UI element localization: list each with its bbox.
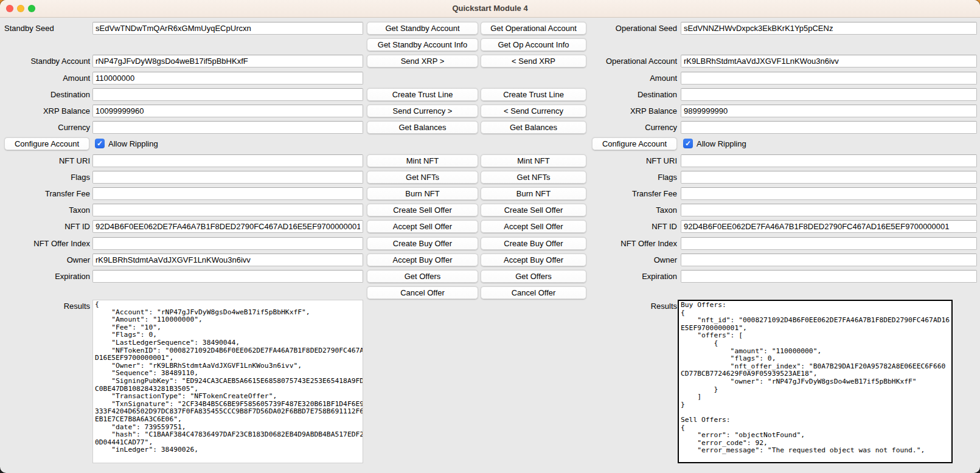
op-cancel-offer-button[interactable]: Cancel Offer: [481, 286, 586, 299]
standby-currency-label: Currency: [0, 121, 90, 134]
standby-xrp-balance-input[interactable]: [92, 105, 363, 117]
operational-results-label: Results: [587, 300, 677, 312]
standby-create-buy-offer-button[interactable]: Create Buy Offer: [367, 237, 478, 250]
op-send-currency-button[interactable]: < Send Currency: [481, 105, 586, 117]
standby-create-trust-line-button[interactable]: Create Trust Line: [367, 88, 478, 101]
operational-currency-label: Currency: [587, 121, 677, 134]
get-standby-account-info-button[interactable]: Get Standby Account Info: [367, 38, 478, 51]
standby-get-nfts-button[interactable]: Get NFTs: [367, 171, 478, 184]
operational-flags-input[interactable]: [681, 171, 977, 184]
get-standby-account-button[interactable]: Get Standby Account: [367, 22, 478, 35]
operational-nft-uri-label: NFT URI: [587, 154, 677, 167]
op-mint-nft-button[interactable]: Mint NFT: [481, 154, 586, 167]
operational-flags-label: Flags: [587, 171, 677, 184]
operational-taxon-input[interactable]: [681, 204, 977, 216]
operational-expiration-label: Expiration: [587, 270, 677, 283]
standby-taxon-input[interactable]: [92, 204, 363, 216]
operational-amount-input[interactable]: [681, 72, 977, 85]
standby-send-xrp-button[interactable]: Send XRP >: [367, 55, 478, 67]
operational-currency-input[interactable]: [681, 121, 977, 134]
standby-accept-sell-offer-button[interactable]: Accept Sell Offer: [367, 220, 478, 233]
standby-nft-offer-index-label: NFT Offer Index: [0, 237, 90, 250]
op-get-offers-button[interactable]: Get Offers: [481, 270, 586, 283]
op-get-balances-button[interactable]: Get Balances: [481, 121, 586, 134]
op-create-sell-offer-button[interactable]: Create Sell Offer: [481, 204, 586, 216]
standby-nft-uri-label: NFT URI: [0, 154, 90, 167]
op-create-buy-offer-button[interactable]: Create Buy Offer: [481, 237, 586, 250]
operational-nft-id-label: NFT ID: [587, 220, 677, 233]
standby-mint-nft-button[interactable]: Mint NFT: [367, 154, 478, 167]
standby-allow-rippling-label: Allow Rippling: [108, 137, 158, 150]
operational-seed-label: Operational Seed: [587, 22, 677, 35]
standby-burn-nft-button[interactable]: Burn NFT: [367, 187, 478, 200]
operational-configure-account-button[interactable]: Configure Account: [592, 137, 677, 150]
standby-taxon-label: Taxon: [0, 204, 90, 216]
standby-account-input[interactable]: [92, 55, 363, 67]
standby-owner-label: Owner: [0, 254, 90, 266]
operational-nft-id-input[interactable]: [681, 220, 977, 233]
operational-nft-uri-input[interactable]: [681, 154, 977, 167]
op-burn-nft-button[interactable]: Burn NFT: [481, 187, 586, 200]
operational-nft-offer-index-label: NFT Offer Index: [587, 237, 677, 250]
operational-allow-rippling-checkbox[interactable]: ✓: [683, 139, 693, 148]
standby-seed-label: Standby Seed: [0, 22, 94, 35]
operational-seed-input[interactable]: [681, 22, 977, 35]
operational-transfer-fee-label: Transfer Fee: [587, 187, 677, 200]
standby-create-sell-offer-button[interactable]: Create Sell Offer: [367, 204, 478, 216]
standby-get-balances-button[interactable]: Get Balances: [367, 121, 478, 134]
standby-nft-id-input[interactable]: [92, 220, 363, 233]
operational-transfer-fee-input[interactable]: [681, 187, 977, 200]
standby-configure-account-button[interactable]: Configure Account: [4, 137, 89, 150]
standby-expiration-label: Expiration: [0, 270, 90, 283]
standby-flags-label: Flags: [0, 171, 90, 184]
operational-expiration-input[interactable]: [681, 270, 977, 283]
standby-get-offers-button[interactable]: Get Offers: [367, 270, 478, 283]
standby-nft-uri-input[interactable]: [92, 154, 363, 167]
operational-owner-input[interactable]: [681, 254, 977, 266]
app-window: Quickstart Module 4 Standby Seed Standby…: [0, 0, 980, 473]
standby-nft-id-label: NFT ID: [0, 220, 90, 233]
operational-xrp-balance-label: XRP Balance: [587, 105, 677, 117]
minimize-button[interactable]: [17, 5, 24, 12]
standby-allow-rippling-checkbox[interactable]: ✓: [95, 139, 105, 148]
op-get-nfts-button[interactable]: Get NFTs: [481, 171, 586, 184]
get-op-account-info-button[interactable]: Get Op Account Info: [481, 38, 586, 51]
zoom-button[interactable]: [28, 5, 35, 12]
standby-results-label: Results: [0, 300, 90, 312]
operational-allow-rippling-label: Allow Rippling: [697, 137, 746, 150]
standby-expiration-input[interactable]: [92, 270, 363, 283]
operational-taxon-label: Taxon: [587, 204, 677, 216]
op-accept-sell-offer-button[interactable]: Accept Sell Offer: [481, 220, 586, 233]
standby-results-textarea[interactable]: { "Account": "rNP47gJFvDyW8gsDo4weB17if5…: [92, 300, 363, 463]
operational-nft-offer-index-input[interactable]: [681, 237, 977, 250]
standby-send-currency-button[interactable]: Send Currency >: [367, 105, 478, 117]
operational-owner-label: Owner: [587, 254, 677, 266]
standby-nft-offer-index-input[interactable]: [92, 237, 363, 250]
standby-destination-input[interactable]: [92, 88, 363, 101]
operational-destination-input[interactable]: [681, 88, 977, 101]
standby-amount-label: Amount: [0, 72, 90, 85]
standby-seed-input[interactable]: [92, 22, 363, 35]
operational-results-textarea[interactable]: Buy Offers: { "nft_id": "0008271092D4B6F…: [678, 300, 953, 463]
close-button[interactable]: [6, 5, 13, 12]
standby-currency-input[interactable]: [92, 121, 363, 134]
get-operational-account-button[interactable]: Get Operational Account: [481, 22, 586, 35]
operational-xrp-balance-input[interactable]: [681, 105, 977, 117]
op-accept-buy-offer-button[interactable]: Accept Buy Offer: [481, 254, 586, 266]
standby-flags-input[interactable]: [92, 171, 363, 184]
standby-amount-input[interactable]: [92, 72, 363, 85]
title-bar: Quickstart Module 4: [0, 0, 980, 18]
standby-transfer-fee-input[interactable]: [92, 187, 363, 200]
operational-destination-label: Destination: [587, 88, 677, 101]
standby-transfer-fee-label: Transfer Fee: [0, 187, 90, 200]
standby-cancel-offer-button[interactable]: Cancel Offer: [367, 286, 478, 299]
operational-amount-label: Amount: [587, 72, 677, 85]
standby-accept-buy-offer-button[interactable]: Accept Buy Offer: [367, 254, 478, 266]
op-send-xrp-button[interactable]: < Send XRP: [481, 55, 586, 67]
op-create-trust-line-button[interactable]: Create Trust Line: [481, 88, 586, 101]
standby-xrp-balance-label: XRP Balance: [0, 105, 90, 117]
standby-owner-input[interactable]: [92, 254, 363, 266]
window-title: Quickstart Module 4: [0, 0, 980, 17]
standby-account-label: Standby Account: [0, 55, 90, 67]
operational-account-input[interactable]: [681, 55, 977, 67]
